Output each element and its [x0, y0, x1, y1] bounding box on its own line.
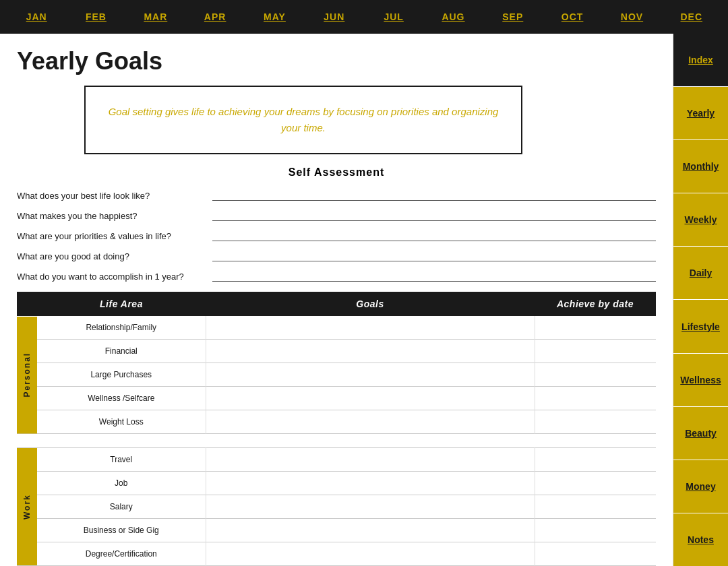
nav-month-dec[interactable]: DEC	[662, 8, 721, 26]
nav-month-nov[interactable]: NOV	[602, 8, 661, 26]
goals-cell[interactable]	[206, 387, 535, 410]
goals-cell[interactable]	[206, 340, 535, 363]
goals-cell[interactable]	[206, 519, 535, 542]
table-row: Job	[17, 472, 656, 495]
goals-cell[interactable]	[206, 495, 535, 519]
top-navigation: JANFEBMARAPRMAYJUNJULAUGSEPOCTNOVDEC	[0, 0, 728, 34]
achieve-date-cell[interactable]	[535, 410, 656, 434]
life-area-cell: Salary	[37, 495, 206, 519]
sidebar-item-monthly[interactable]: Monthly	[673, 140, 728, 193]
sidebar-item-weekly[interactable]: Weekly	[673, 193, 728, 247]
life-area-cell: Job	[37, 472, 206, 495]
question-label-3: What are you good at doing?	[17, 251, 212, 261]
table-row: Salary	[17, 495, 656, 519]
question-line-0[interactable]	[212, 189, 656, 201]
goals-cell[interactable]	[206, 410, 535, 434]
table-header: Life AreaGoalsAchieve by date	[17, 292, 656, 316]
nav-month-feb[interactable]: FEB	[66, 8, 125, 26]
life-area-cell: Wellness /Selfcare	[37, 387, 206, 410]
table-row: Financial	[17, 340, 656, 363]
table-row: Weight Loss	[17, 410, 656, 434]
nav-month-aug[interactable]: AUG	[423, 8, 483, 26]
question-row-2: What are your priorities & values in lif…	[17, 229, 656, 241]
col-header-2: Achieve by date	[535, 292, 656, 316]
question-row-0: What does your best life look like?	[17, 189, 656, 201]
sidebar-item-daily[interactable]: Daily	[673, 247, 728, 300]
question-label-1: What makes you the happiest?	[17, 211, 212, 221]
th-section-col	[17, 292, 37, 316]
main-wrapper: Yearly Goals Goal setting gives life to …	[0, 34, 728, 566]
nav-month-mar[interactable]: MAR	[126, 8, 185, 26]
table-row: Degree/Certification	[17, 542, 656, 566]
sidebar: IndexYearlyMonthlyWeeklyDailyLifestyleWe…	[673, 34, 728, 566]
question-line-3[interactable]	[212, 249, 656, 261]
nav-month-sep[interactable]: SEP	[483, 8, 543, 26]
table-row: Business or Side Gig	[17, 519, 656, 542]
life-area-cell: Weight Loss	[37, 410, 206, 434]
goals-table: Life AreaGoalsAchieve by date PersonalRe…	[17, 292, 656, 566]
sidebar-item-wellness[interactable]: Wellness	[673, 354, 728, 407]
sidebar-item-notes[interactable]: Notes	[673, 513, 728, 566]
sidebar-item-lifestyle[interactable]: Lifestyle	[673, 300, 728, 353]
achieve-date-cell[interactable]	[535, 316, 656, 340]
goals-cell[interactable]	[206, 363, 535, 387]
page-title: Yearly Goals	[17, 47, 656, 75]
achieve-date-cell[interactable]	[535, 340, 656, 363]
life-area-cell: Degree/Certification	[37, 542, 206, 566]
question-line-1[interactable]	[212, 209, 656, 221]
question-label-2: What are your priorities & values in lif…	[17, 231, 212, 241]
goals-cell[interactable]	[206, 542, 535, 566]
life-area-cell: Business or Side Gig	[37, 519, 206, 542]
goals-cell[interactable]	[206, 472, 535, 495]
questions-section: What does your best life look like?What …	[17, 189, 656, 282]
quote-box: Goal setting gives life to achieving you…	[84, 86, 522, 154]
nav-month-may[interactable]: MAY	[245, 8, 304, 26]
question-label-4: What do you want to accomplish in 1 year…	[17, 272, 212, 282]
question-row-1: What makes you the happiest?	[17, 209, 656, 221]
goals-cell[interactable]	[206, 448, 535, 472]
table-row: Wellness /Selfcare	[17, 387, 656, 410]
nav-month-jan[interactable]: JAN	[7, 8, 66, 26]
section-label-work: Work	[17, 448, 37, 566]
life-area-cell: Relationship/Family	[37, 316, 206, 340]
achieve-date-cell[interactable]	[535, 472, 656, 495]
question-line-2[interactable]	[212, 229, 656, 241]
col-header-0: Life Area	[37, 292, 206, 316]
achieve-date-cell[interactable]	[535, 542, 656, 566]
self-assessment-title: Self Assessment	[17, 166, 656, 179]
nav-month-oct[interactable]: OCT	[543, 8, 602, 26]
achieve-date-cell[interactable]	[535, 448, 656, 472]
sidebar-item-beauty[interactable]: Beauty	[673, 407, 728, 460]
achieve-date-cell[interactable]	[535, 495, 656, 519]
content-area: Yearly Goals Goal setting gives life to …	[0, 34, 673, 566]
question-line-4[interactable]	[212, 270, 656, 282]
nav-month-jun[interactable]: JUN	[305, 8, 364, 26]
achieve-date-cell[interactable]	[535, 387, 656, 410]
section-separator	[17, 434, 656, 448]
achieve-date-cell[interactable]	[535, 363, 656, 387]
question-label-0: What does your best life look like?	[17, 191, 212, 201]
section-label-personal: Personal	[17, 316, 37, 434]
sidebar-item-yearly[interactable]: Yearly	[673, 87, 728, 140]
table-row: WorkTravel	[17, 448, 656, 472]
sidebar-item-money[interactable]: Money	[673, 460, 728, 513]
nav-month-jul[interactable]: JUL	[364, 8, 423, 26]
quote-text: Goal setting gives life to achieving you…	[106, 104, 501, 136]
life-area-cell: Large Purchases	[37, 363, 206, 387]
question-row-3: What are you good at doing?	[17, 249, 656, 261]
goals-cell[interactable]	[206, 316, 535, 340]
achieve-date-cell[interactable]	[535, 519, 656, 542]
life-area-cell: Travel	[37, 448, 206, 472]
table-body: PersonalRelationship/FamilyFinancialLarg…	[17, 316, 656, 566]
life-area-cell: Financial	[37, 340, 206, 363]
nav-month-apr[interactable]: APR	[185, 8, 245, 26]
table-row: Large Purchases	[17, 363, 656, 387]
sidebar-item-index[interactable]: Index	[673, 34, 728, 87]
table-row: PersonalRelationship/Family	[17, 316, 656, 340]
question-row-4: What do you want to accomplish in 1 year…	[17, 270, 656, 282]
col-header-1: Goals	[206, 292, 535, 316]
